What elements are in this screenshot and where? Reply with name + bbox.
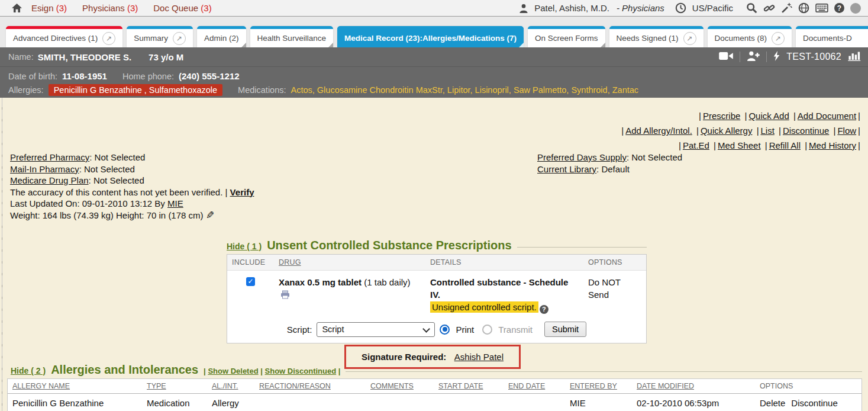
vitals-text: Weight: 164 lbs (74.39 kg) Height: 70 in…	[10, 210, 204, 220]
unsent-table-row: Xanax 0.5 mg tablet (1 tab daily) Contro…	[227, 271, 646, 319]
col-entered-by[interactable]: ENTERED BY	[565, 379, 632, 393]
open-in-new-icon[interactable]	[173, 32, 186, 45]
medication-list[interactable]: Actos, Glucosamine Chondroitin MaxStr, L…	[291, 85, 639, 95]
col-drug[interactable]: DRUG	[274, 255, 425, 270]
search-icon[interactable]	[746, 2, 757, 14]
tab-advanced-directives[interactable]: Advanced Directives (1)	[6, 26, 122, 47]
pat-ed-link[interactable]: Pat.Ed	[683, 140, 709, 150]
medicare-drug-plan-link[interactable]: Medicare Drug Plan	[10, 175, 89, 185]
unsent-table: INCLUDE DRUG DETAILS OPTIONS Xanax 0.5 m…	[227, 254, 647, 343]
keyboard-icon[interactable]	[815, 4, 828, 12]
nav-esign[interactable]: Esign (3)	[31, 3, 67, 13]
video-camera-icon[interactable]	[719, 52, 733, 63]
last-updated-by-link[interactable]: MIE	[167, 198, 183, 208]
quick-add-link[interactable]: Quick Add	[748, 111, 789, 121]
print-preview-icon[interactable]	[280, 290, 290, 299]
quick-allergy-link[interactable]: Quick Allergy	[701, 126, 753, 136]
transmit-radio-label: Transmit	[498, 325, 533, 335]
discontinue-link[interactable]: Discontinue	[783, 126, 829, 136]
show-deleted-link[interactable]: Show Deleted	[208, 367, 258, 375]
allergies-table: ALLERGY NAME TYPE AL./INT. REACTION/REAS…	[7, 378, 862, 411]
list-link[interactable]: List	[761, 126, 775, 136]
refill-all-link[interactable]: Refill All	[769, 140, 801, 150]
open-in-new-icon[interactable]	[772, 32, 785, 45]
bar-chart-icon[interactable]	[848, 51, 861, 63]
tab-on-screen-forms[interactable]: On Screen Forms	[528, 26, 605, 47]
hide-allergies-link[interactable]: Hide ( 2 )	[11, 366, 46, 375]
med-history-link[interactable]: Med History	[809, 140, 856, 150]
al-int-cell: Allergy	[207, 394, 254, 411]
add-document-link[interactable]: Add Document	[798, 111, 856, 121]
tab-documents-d[interactable]: Documents-D	[796, 26, 868, 47]
help-question-icon[interactable]	[540, 305, 548, 314]
col-start-date[interactable]: START DATE	[434, 379, 504, 393]
col-date-modified[interactable]: DATE MODIFIED	[632, 379, 755, 393]
left-frame-edge[interactable]	[2, 98, 2, 411]
chart-id: TEST-10062	[786, 52, 841, 62]
script-type-select[interactable]: Script	[317, 322, 435, 337]
preferred-days-supply-link[interactable]: Preferred Days Supply	[537, 152, 627, 162]
patient-name: SMITH, THEODORE S.	[38, 52, 131, 62]
medications-module: Prescribe Quick Add Add Document Add All…	[0, 98, 868, 411]
hide-unsent-link[interactable]: Hide ( 1 )	[227, 242, 262, 251]
add-allergy-link[interactable]: Add Allergy/Intol.	[625, 126, 692, 136]
options-cell: Do NOT Send	[583, 271, 646, 319]
user-name[interactable]: Patel, Ashish, M.D.	[534, 3, 609, 13]
phone-label: Home phone:	[122, 72, 174, 81]
type-cell: Medication	[142, 394, 207, 411]
show-discontinued-link[interactable]: Show Discontinued	[265, 367, 337, 375]
transmit-radio[interactable]	[482, 325, 492, 335]
timezone[interactable]: US/Pacific	[692, 3, 733, 13]
edit-pencil-icon[interactable]	[206, 210, 214, 221]
col-type[interactable]: TYPE	[142, 379, 207, 393]
col-allergy-name[interactable]: ALLERGY NAME	[8, 379, 142, 393]
tab-medical-record-active[interactable]: Medical Record (23):Allergies/Medication…	[337, 26, 524, 47]
col-details: DETAILS	[425, 255, 583, 270]
help-icon[interactable]	[834, 3, 844, 13]
prescribe-link[interactable]: Prescribe	[703, 111, 740, 121]
add-person-icon[interactable]	[747, 51, 760, 63]
nav-physicians[interactable]: Physicians (3)	[82, 3, 138, 13]
date-modified-cell: 02-10-2010 06:53pm	[632, 394, 755, 411]
patient-age-sex: 73 y/o M	[149, 52, 183, 62]
wand-icon[interactable]	[781, 2, 792, 14]
col-end-date[interactable]: END DATE	[504, 379, 565, 393]
tab-summary[interactable]: Summary	[127, 26, 193, 47]
print-radio[interactable]	[440, 325, 450, 335]
signature-physician-link[interactable]: Ashish Patel	[454, 352, 504, 362]
tab-admin[interactable]: Admin (2)	[197, 26, 246, 47]
med-sheet-link[interactable]: Med Sheet	[718, 140, 761, 150]
mailin-pharmacy-link[interactable]: Mail-In Pharmacy	[10, 164, 79, 174]
lightning-bolt-icon[interactable]	[773, 51, 780, 63]
delete-allergy-link[interactable]: Delete	[760, 398, 785, 408]
tab-health-surveillance[interactable]: Health Surveillance	[250, 26, 333, 47]
allergy-name-cell: Penicillin G Benzathine	[8, 394, 142, 411]
entered-by-cell: MIE	[565, 394, 632, 411]
include-checkbox[interactable]	[246, 277, 255, 286]
open-in-new-icon[interactable]	[102, 32, 115, 45]
col-comments[interactable]: COMMENTS	[366, 379, 434, 393]
tab-documents[interactable]: Documents (8)	[708, 26, 792, 47]
patient-allergy-med-row: Allergies: Penicillin G Benzathine , Sul…	[0, 81, 868, 96]
verify-link[interactable]: Verify	[230, 187, 254, 197]
home-icon[interactable]	[12, 4, 22, 12]
avatar[interactable]	[850, 3, 861, 14]
current-library-link[interactable]: Current Library	[537, 164, 596, 174]
col-options: OPTIONS	[583, 255, 646, 270]
col-al-int[interactable]: AL./INT.	[207, 379, 254, 393]
unsigned-warning: Unsigned controlled script.	[430, 301, 538, 313]
flow-link[interactable]: Flow	[837, 126, 856, 136]
allergy-alert-badge[interactable]: Penicillin G Benzathine , Sulfamethoxazo…	[49, 84, 222, 96]
legend-line	[517, 247, 647, 248]
tab-needs-signed[interactable]: Needs Signed (1)	[609, 26, 704, 47]
col-reaction[interactable]: REACTION/REASON	[254, 379, 366, 393]
submit-button[interactable]: Submit	[544, 322, 586, 337]
print-radio-label: Print	[456, 325, 474, 335]
open-in-new-icon[interactable]	[683, 32, 696, 45]
nav-doc-queue[interactable]: Doc Queue (3)	[153, 3, 211, 13]
globe-icon[interactable]	[798, 2, 809, 14]
top-bar-right: Patel, Ashish, M.D. - Physicians US/Paci…	[519, 2, 861, 14]
preferred-pharmacy-link[interactable]: Preferred Pharmacy	[10, 152, 89, 162]
discontinue-allergy-link[interactable]: Discontinue	[791, 398, 837, 408]
link-icon[interactable]	[763, 3, 775, 14]
